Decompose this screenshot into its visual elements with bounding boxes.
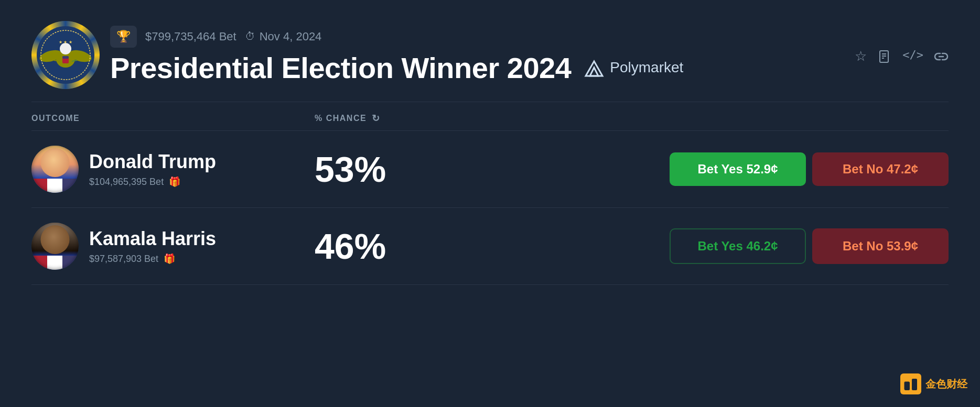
table-row: Kamala Harris $97,587,903 Bet 🎁 46% Bet … bbox=[31, 208, 949, 285]
harris-bet-amount: $97,587,903 Bet bbox=[89, 254, 158, 265]
title-row: Presidential Election Winner 2024 Polyma… bbox=[110, 51, 683, 85]
bet-amount: $799,735,464 Bet bbox=[145, 30, 236, 43]
watermark-logo bbox=[900, 373, 921, 394]
header-meta: 🏆 $799,735,464 Bet ⏱ Nov 4, 2024 Preside… bbox=[110, 26, 683, 85]
harris-bet-buttons: Bet Yes 46.2¢ Bet No 53.9¢ bbox=[670, 228, 949, 264]
trump-bet-yes-button[interactable]: Bet Yes 52.9¢ bbox=[670, 152, 806, 186]
date-info: ⏱ Nov 4, 2024 bbox=[245, 30, 322, 43]
harris-name: Kamala Harris bbox=[89, 228, 216, 250]
header-divider bbox=[31, 102, 949, 102]
document-button[interactable] bbox=[877, 49, 892, 66]
trump-avatar bbox=[31, 146, 79, 193]
harris-avatar bbox=[31, 223, 79, 270]
watermark-text: 金色财经 bbox=[925, 377, 967, 391]
trump-chance: 53% bbox=[315, 149, 670, 190]
harris-chance: 46% bbox=[315, 226, 670, 267]
presidential-seal: ★ ★ ★ bbox=[31, 21, 100, 89]
star-button[interactable]: ☆ bbox=[855, 49, 867, 63]
link-button[interactable] bbox=[934, 49, 949, 66]
svg-point-3 bbox=[60, 43, 71, 54]
trump-bet-amount: $104,965,395 Bet bbox=[89, 177, 164, 188]
harris-outcome-info: Kamala Harris $97,587,903 Bet 🎁 bbox=[31, 223, 315, 270]
polymarket-icon bbox=[584, 57, 605, 78]
polymarket-brand: Polymarket bbox=[584, 57, 683, 78]
trump-outcome-info: Donald Trump $104,965,395 Bet 🎁 bbox=[31, 146, 315, 193]
top-right-actions: ☆ </> bbox=[855, 49, 949, 66]
date-text: Nov 4, 2024 bbox=[260, 30, 322, 43]
trump-gift-icon[interactable]: 🎁 bbox=[169, 176, 180, 188]
svg-rect-17 bbox=[912, 379, 917, 390]
col-outcome-header: OUTCOME bbox=[31, 114, 315, 123]
watermark: 金色财经 bbox=[900, 373, 967, 394]
table-row: Donald Trump $104,965,395 Bet 🎁 53% Bet … bbox=[31, 131, 949, 208]
harris-gift-icon[interactable]: 🎁 bbox=[164, 253, 175, 265]
refresh-icon[interactable]: ↻ bbox=[372, 113, 381, 124]
table-header: OUTCOME % CHANCE ↻ bbox=[31, 108, 949, 131]
trophy-icon: 🏆 bbox=[116, 30, 131, 43]
harris-bet-info: $97,587,903 Bet 🎁 bbox=[89, 253, 216, 265]
harris-bet-no-button[interactable]: Bet No 53.9¢ bbox=[812, 228, 949, 264]
page-title: Presidential Election Winner 2024 bbox=[110, 51, 571, 85]
trophy-badge: 🏆 bbox=[110, 26, 137, 48]
clock-icon: ⏱ bbox=[245, 30, 255, 42]
harris-info: Kamala Harris $97,587,903 Bet 🎁 bbox=[89, 228, 216, 265]
svg-rect-5 bbox=[62, 56, 69, 59]
seal-svg: ★ ★ ★ bbox=[39, 29, 92, 81]
trump-name: Donald Trump bbox=[89, 151, 216, 173]
trump-info: Donald Trump $104,965,395 Bet 🎁 bbox=[89, 151, 216, 188]
polymarket-label: Polymarket bbox=[610, 59, 683, 76]
harris-bet-yes-button[interactable]: Bet Yes 46.2¢ bbox=[670, 228, 806, 264]
svg-marker-11 bbox=[590, 68, 598, 76]
trump-bet-no-button[interactable]: Bet No 47.2¢ bbox=[812, 152, 949, 186]
col-chance-header: % CHANCE ↻ bbox=[315, 113, 949, 124]
trump-bet-buttons: Bet Yes 52.9¢ Bet No 47.2¢ bbox=[670, 152, 949, 186]
svg-text:★ ★ ★: ★ ★ ★ bbox=[59, 40, 72, 45]
trump-bet-info: $104,965,395 Bet 🎁 bbox=[89, 176, 216, 188]
trump-avatar-shadow bbox=[31, 146, 79, 193]
code-button[interactable]: </> bbox=[902, 49, 923, 61]
harris-avatar-shadow bbox=[31, 223, 79, 270]
